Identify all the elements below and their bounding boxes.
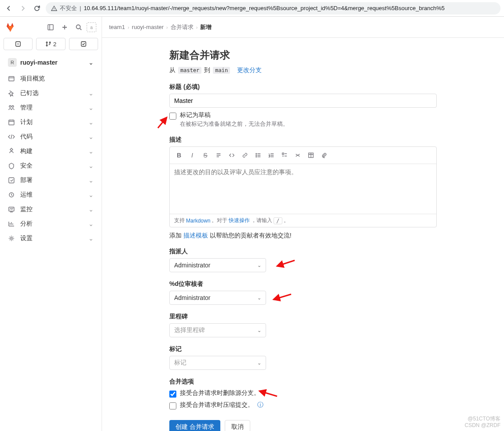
sidebar-item-9[interactable]: 监控 ⌄ [3, 202, 99, 216]
address-bar[interactable]: 不安全 | 10.64.95.111/team1/ruoyi-master/-/… [46, 2, 500, 15]
code-icon[interactable] [226, 150, 237, 161]
sidebar-item-label: 项目概览 [20, 75, 94, 83]
delete-branch-checkbox[interactable] [169, 391, 176, 398]
description-textarea[interactable] [170, 164, 436, 212]
attach-icon[interactable] [318, 150, 330, 161]
ol-icon[interactable] [266, 150, 277, 161]
nav-icon [8, 177, 15, 184]
title-input[interactable] [169, 94, 437, 108]
sidebar-item-1[interactable]: 已钉选 ⌄ [3, 86, 99, 100]
sidebar-item-label: 管理 [20, 104, 83, 112]
strike-icon[interactable]: S [200, 150, 211, 161]
project-name: ruoyi-master [20, 59, 85, 66]
crumb-group[interactable]: team1 [109, 24, 125, 30]
table-icon[interactable] [305, 150, 317, 161]
labels-select[interactable]: 标记⌄ [169, 356, 266, 370]
cancel-button[interactable]: 取消 [225, 420, 250, 431]
crumb-project[interactable]: ruoyi-master [132, 24, 164, 30]
sidebar-item-5[interactable]: 构建 ⌄ [3, 144, 99, 158]
nav-icon [8, 220, 15, 227]
markdown-link[interactable]: Markdown [186, 218, 210, 224]
editor-footer: 支持 Markdown 。对于 快速操作 ，请输入 / 。 [170, 214, 436, 227]
avatar[interactable]: a [87, 22, 96, 32]
draft-help: 在被标记为准备就绪之前，无法合并草稿。 [180, 120, 289, 128]
dock-icon[interactable] [44, 21, 57, 33]
chevron-down-icon: ⌄ [88, 191, 94, 198]
quote-icon[interactable] [213, 150, 224, 161]
title-label: 标题 (必填) [169, 83, 437, 91]
milestone-select[interactable]: 选择里程碑⌄ [169, 323, 266, 337]
svg-point-5 [46, 45, 47, 46]
template-hint: 添加 描述模板 以帮助您的贡献者有效地交流! [169, 232, 437, 240]
squash-checkbox[interactable] [169, 402, 176, 409]
draft-checkbox[interactable] [169, 113, 176, 120]
editor-toolbar: B I S [170, 147, 436, 164]
gitlab-logo-icon[interactable] [5, 22, 16, 33]
slash-key: / [274, 217, 282, 224]
plus-icon[interactable] [58, 21, 71, 33]
main-content: team1› ruoyi-master› 合并请求› 新增 新建合并请求 从 m… [102, 17, 504, 431]
link-icon[interactable] [239, 150, 251, 161]
ul-icon[interactable] [252, 150, 264, 161]
chevron-down-icon: ⌄ [88, 133, 94, 140]
nav-icon [8, 162, 15, 169]
nav-icon [8, 235, 15, 242]
svg-point-4 [49, 42, 51, 43]
milestone-label: 里程碑 [169, 313, 437, 321]
svg-point-16 [256, 155, 257, 156]
nav-icon [8, 191, 15, 198]
italic-icon[interactable]: I [186, 150, 198, 161]
sidebar-item-label: 运维 [20, 191, 83, 199]
sidebar-item-label: 部署 [20, 176, 83, 184]
reviewer-select[interactable]: Administrator⌄ [169, 291, 266, 305]
sidebar-item-6[interactable]: 安全 ⌄ [3, 159, 99, 173]
bold-icon[interactable]: B [173, 150, 185, 161]
sidebar-item-label: 构建 [20, 147, 83, 155]
todo-pill[interactable] [69, 38, 98, 50]
sidebar-item-label: 监控 [20, 205, 83, 213]
change-branch-link[interactable]: 更改分支 [237, 66, 262, 74]
sidebar-item-0[interactable]: 项目概览 [3, 72, 99, 86]
help-icon[interactable]: ⓘ [257, 401, 263, 409]
insecure-label: 不安全 [60, 4, 77, 12]
chevron-down-icon: ⌄ [88, 148, 94, 155]
project-badge: R [8, 58, 17, 67]
chevron-down-icon: ⌄ [257, 295, 261, 301]
search-icon[interactable] [73, 21, 85, 33]
sidebar-item-8[interactable]: 运维 ⌄ [3, 188, 99, 202]
svg-rect-0 [48, 25, 53, 30]
template-link[interactable]: 描述模板 [183, 232, 208, 239]
collapse-icon[interactable] [292, 150, 303, 161]
assignee-select[interactable]: Administrator⌄ [169, 258, 266, 272]
submit-button[interactable]: 创建 合并请求 [169, 420, 220, 431]
issues-pill[interactable] [4, 38, 33, 50]
forward-icon[interactable] [18, 3, 28, 14]
sidebar-item-10[interactable]: 分析 ⌄ [3, 217, 99, 231]
nav-icon [8, 206, 15, 213]
nav-icon [8, 104, 15, 111]
browser-toolbar: 不安全 | 10.64.95.111/team1/ruoyi-master/-/… [0, 0, 504, 17]
labels-label: 标记 [169, 345, 437, 353]
reload-icon[interactable] [32, 3, 42, 14]
chevron-down-icon: ⌄ [88, 177, 94, 184]
draft-label: 标记为草稿 [180, 111, 289, 119]
quickactions-link[interactable]: 快速操作 [229, 217, 250, 224]
sidebar-item-2[interactable]: 管理 ⌄ [3, 101, 99, 115]
mr-pill[interactable]: 2 [36, 38, 65, 50]
sidebar-item-4[interactable]: 代码 ⌄ [3, 130, 99, 144]
branch-subline: 从 master 到 main 更改分支 [169, 66, 437, 74]
sidebar-item-3[interactable]: 计划 ⌄ [3, 115, 99, 129]
delete-branch-label: 接受合并请求时删除源分支。 [180, 389, 260, 397]
sidebar-item-label: 代码 [20, 133, 83, 141]
svg-rect-18 [282, 153, 284, 155]
project-switcher[interactable]: R ruoyi-master ⌄ [4, 55, 98, 69]
back-icon[interactable] [4, 3, 14, 14]
chevron-down-icon: ⌄ [88, 90, 94, 97]
sidebar-item-11[interactable]: 设置 ⌄ [3, 231, 99, 245]
sidebar-item-7[interactable]: 部署 ⌄ [3, 173, 99, 187]
crumb-mr[interactable]: 合并请求 [171, 23, 194, 31]
squash-label: 接受合并请求时压缩提交。 [180, 401, 254, 409]
task-icon[interactable] [279, 150, 290, 161]
chevron-down-icon: ⌄ [257, 328, 261, 333]
sidebar-item-label: 计划 [20, 118, 83, 126]
